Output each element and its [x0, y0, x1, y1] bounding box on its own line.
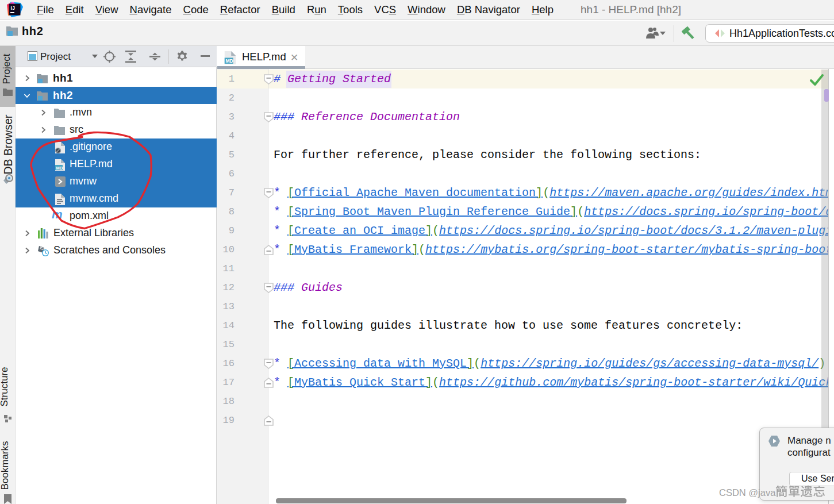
svg-text:MD: MD [225, 58, 233, 64]
svg-text:IJ: IJ [11, 5, 16, 11]
